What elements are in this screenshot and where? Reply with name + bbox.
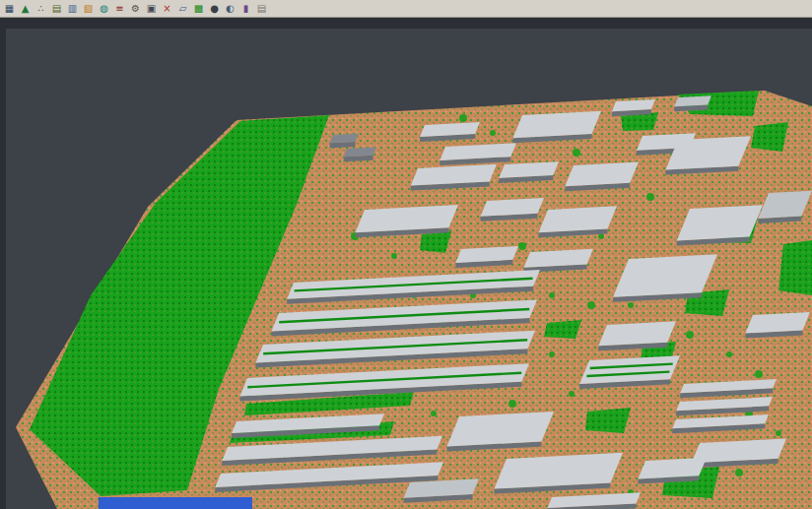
report-icon[interactable]: ▤ [254,2,269,16]
terrain-icon[interactable]: ▲ [18,2,33,16]
point-cloud-icon[interactable]: ∴ [34,2,48,16]
histogram-icon[interactable]: ▮ [238,2,253,16]
viewport-top-shadow [0,18,812,29]
table-icon[interactable]: ▥ [65,2,80,16]
sphere-view-icon[interactable]: ● [207,2,222,16]
toolbar: ▦▲∴▤▥▧◍≡⚙▣×▱▩●◐▮▤ [0,0,812,18]
viewport-left-shadow [0,18,6,509]
settings-gear-icon[interactable]: ⚙ [128,2,143,16]
dem-grid-icon[interactable]: ▦ [2,2,17,16]
measure-area-icon[interactable]: ▱ [175,2,190,16]
viewport-3d[interactable] [0,18,812,509]
app-root: ▦▲∴▤▥▧◍≡⚙▣×▱▩●◐▮▤ [0,0,812,509]
layers-icon[interactable]: ▤ [49,2,64,16]
world-view-icon[interactable]: ◐ [223,2,237,16]
select-region-icon[interactable]: ▣ [144,2,159,16]
classification-icon[interactable]: ▩ [191,2,206,16]
delete-icon[interactable]: × [160,2,174,16]
orthophoto-icon[interactable]: ▧ [81,2,96,16]
contour-icon[interactable]: ≡ [112,2,127,16]
globe-icon[interactable]: ◍ [97,2,111,16]
